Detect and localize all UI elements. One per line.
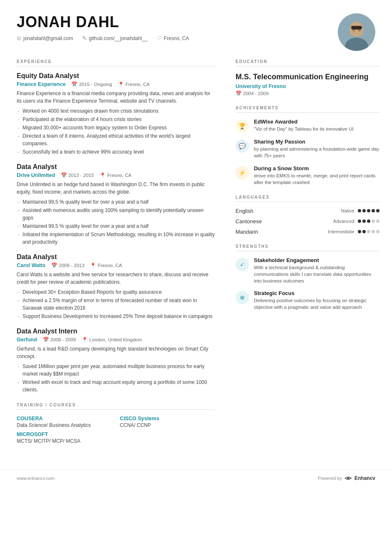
lang-cantonese: Cantonese Advanced [236, 218, 379, 225]
resume-page: JONAH DAHL ⊙ jonahdahl@gmail.com ✎ githu… [0, 0, 392, 555]
powered-by-text: Powered by [318, 476, 342, 481]
lang-name-mandarin: Mandarin [236, 229, 258, 235]
enhancv-logo-icon [344, 475, 352, 481]
svg-point-10 [347, 477, 349, 479]
trophy-icon: 🏆 [236, 119, 249, 133]
languages-section: LANGUAGES English Native [236, 195, 379, 235]
job-title-2: Data Analyst [17, 163, 215, 171]
strength-desc-1: With a technical background & outstandin… [254, 264, 379, 284]
footer: www.enhancv.com Powered by Enhancv [0, 470, 392, 486]
header: JONAH DAHL ⊙ jonahdahl@gmail.com ✎ githu… [0, 0, 392, 59]
achievements-section: ACHIEVEMENTS 🏆 EdWise Awarded "Viz of th… [236, 106, 379, 185]
job-meta-3: Carol Watts 📅 2009 - 2013 📍 Fresno, CA [17, 262, 215, 268]
education-entry: M.S. Telecommunication Engineering Unive… [236, 72, 379, 96]
job-data-analyst-drive: Data Analyst Drive Unlimited 📅 2013 - 20… [17, 163, 215, 246]
training-label: TRAINING / COURSES [17, 403, 215, 410]
location-icon: ♡ [157, 35, 162, 41]
github-icon: ✎ [82, 35, 87, 41]
strengths-label: STRENGTHS [236, 244, 379, 251]
bullet-2-1: Maintained 99,5 % quality level for over… [17, 198, 215, 206]
bullet-3-2: Achieved a 2.5% margin of error in terms… [17, 297, 215, 312]
training-grid: COUSERA Data Science/ Business Analytics… [17, 416, 215, 444]
date-1: 📅 2015 - Ongoing [71, 81, 112, 87]
dot-en-5 [376, 209, 379, 212]
training-section: TRAINING / COURSES COUSERA Data Science/… [17, 403, 215, 444]
location-item: ♡ Fresno, CA [157, 35, 189, 41]
footer-url: www.enhancv.com [17, 476, 55, 481]
calendar-icon-3: 📅 [51, 262, 57, 268]
achievement-title-2: Sharing My Passion [254, 139, 379, 145]
job-title-1: Equity Data Analyst [17, 72, 215, 80]
dot-cn-4 [372, 219, 375, 223]
bullet-1-4: Directed a team of 8 interns. Analyzed e… [17, 132, 215, 147]
achievement-title-1: EdWise Awarded [254, 119, 354, 125]
job-desc-2: Drive Unlimited is an hedge fund based i… [17, 181, 215, 196]
achievement-title-3: During a Snow Storm [254, 165, 379, 172]
svg-rect-9 [357, 28, 361, 29]
job-data-analyst-carol: Data Analyst Carol Watts 📅 2009 - 2013 📍… [17, 253, 215, 320]
left-column: EXPERIENCE Equity Data Analyst Finance E… [17, 59, 227, 453]
dot-en-3 [367, 209, 370, 212]
bullet-4-1: Saved 1Million paper print per year, aut… [17, 363, 215, 378]
github-item: ✎ github.com/__jonahdahl__ [82, 35, 148, 41]
lang-level-mandarin: Intermediate [328, 229, 354, 234]
speech-icon: 💬 [236, 139, 249, 153]
check-icon: ✓ [236, 258, 249, 271]
pin-icon-3: 📍 [90, 262, 96, 268]
strength-desc-2: Delivering positive outcomes by focusing… [254, 297, 379, 310]
training-item-1: COUSERA Data Science/ Business Analytics [17, 416, 111, 428]
strength-title-2: Strategic Focus [254, 290, 379, 296]
strength-1-content: Stakeholder Engagement With a technical … [254, 257, 379, 284]
lang-name-cantonese: Cantonese [236, 218, 262, 225]
education-section: EDUCATION M.S. Telecommunication Enginee… [236, 59, 379, 96]
company-2: Drive Unlimited [17, 172, 55, 178]
bullet-1-1: Worked on 4000 text messages drawn from … [17, 107, 215, 115]
calendar-icon-2: 📅 [61, 172, 67, 178]
dot-mn-3 [367, 230, 370, 233]
achievement-3: ⚡ During a Snow Storm drove into EMKS to… [236, 165, 379, 186]
education-label: EDUCATION [236, 59, 379, 66]
training-course-2: CCNA/ CCNP [120, 422, 214, 428]
date-2: 📅 2013 - 2015 [61, 172, 94, 178]
calendar-icon-4: 📅 [43, 337, 49, 343]
achievements-label: ACHIEVEMENTS [236, 106, 379, 113]
lang-dots-mandarin [358, 230, 379, 233]
pin-icon-4: 📍 [82, 337, 88, 343]
lang-right-cantonese: Advanced [333, 219, 379, 224]
job-title-4: Data Analyst Intern [17, 328, 215, 335]
svg-rect-8 [352, 28, 356, 29]
job-bullets-4: Saved 1Million paper print per year, aut… [17, 363, 215, 394]
avatar [338, 13, 375, 51]
date-3: 📅 2009 - 2013 [51, 262, 84, 268]
bullet-1-2: Participated at the elaboration of 4 hou… [17, 116, 215, 123]
achievement-desc-1: "Viz of the Day" by Tableau for its inno… [254, 126, 354, 132]
job-desc-3: Carol Watts is a website and free servic… [17, 271, 215, 286]
dot-en-2 [362, 209, 366, 212]
edu-calendar-icon: 📅 [236, 91, 241, 96]
company-3: Carol Watts [17, 262, 45, 268]
job-title-3: Data Analyst [17, 253, 215, 261]
candidate-name: JONAH DAHL [17, 13, 189, 31]
footer-powered: Powered by Enhancv [318, 475, 375, 481]
dot-en-1 [358, 209, 361, 212]
pin-icon-2: 📍 [100, 172, 106, 178]
bullet-1-5: Successfully led a team to achieve 99% a… [17, 148, 215, 156]
training-company-3: MICROSOFT [17, 431, 111, 437]
edu-school: University of Fresno [236, 83, 379, 89]
dot-mn-5 [376, 230, 379, 233]
achievement-1-content: EdWise Awarded "Viz of the Day" by Table… [254, 119, 354, 132]
training-company-2: CISCO Systems [120, 416, 214, 421]
job-bullets-2: Maintained 99,5 % quality level for over… [17, 198, 215, 246]
achievement-2: 💬 Sharing My Passion by planning and adm… [236, 139, 379, 159]
calendar-icon-1: 📅 [71, 81, 77, 87]
dot-cn-3 [367, 219, 370, 223]
achievement-3-content: During a Snow Storm drove into EMKS to r… [254, 165, 379, 186]
lang-mandarin: Mandarin Intermediate [236, 229, 379, 235]
bullet-3-3: Support Business Development to Increase… [17, 313, 215, 320]
github-text: github.com/__jonahdahl__ [89, 35, 148, 41]
company-1: Finance Experience [17, 81, 65, 87]
dot-cn-2 [362, 219, 366, 223]
job-desc-4: Gerfund, is a lead R&D company developin… [17, 345, 215, 360]
job-meta-2: Drive Unlimited 📅 2013 - 2015 📍 Fresno, … [17, 172, 215, 178]
location-text: Fresno, CA [164, 35, 189, 41]
